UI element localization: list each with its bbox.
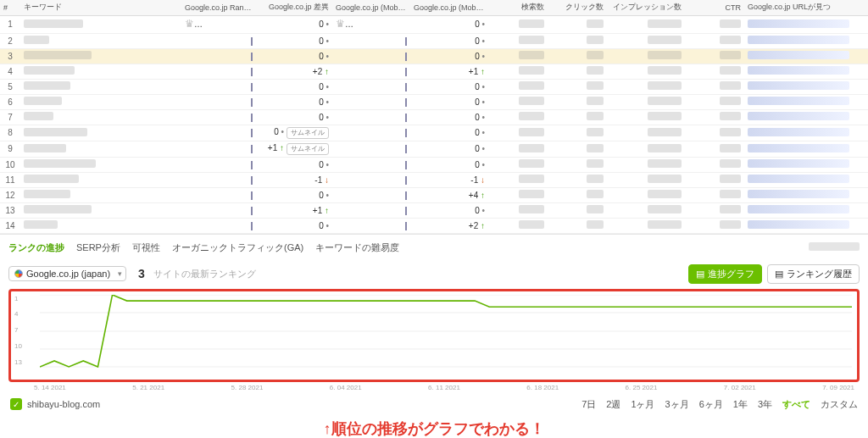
tab-serp[interactable]: SERP分析 (76, 241, 120, 254)
col-rank[interactable]: Google.co.jp Rank (181, 0, 256, 15)
ranking-history-button[interactable]: ▤ ランキング履歴 (767, 264, 860, 284)
table-row[interactable]: 2 0 • 0 • (0, 33, 868, 48)
table-row[interactable]: 8 0 •サムネイル 0 • (0, 125, 868, 141)
range-3y[interactable]: 3年 (758, 398, 772, 411)
range-1m[interactable]: 1ヶ月 (631, 398, 654, 411)
y-axis: 1471013 (14, 295, 22, 366)
current-rank-value: 3 (138, 267, 145, 280)
current-rank-label: サイトの最新ランキング (153, 268, 256, 280)
table-row[interactable]: 14 0 • +2 ↑ (0, 218, 868, 233)
col-url[interactable]: Google.co.jp URLが見つ (744, 0, 868, 15)
annotation: ↑順位の推移がグラフでわかる！ 順位の停滞がわかるためリライトの指標になる (0, 418, 868, 439)
tab-rank-progress[interactable]: ランクの進捗 (8, 241, 64, 254)
col-clicks[interactable]: クリック数 (548, 0, 607, 15)
table-row[interactable]: 4 +2 ↑ +1 ↑ (0, 64, 868, 79)
up-arrow-icon: ↑ (324, 420, 331, 437)
chart-footer: ✓ shibayu-blog.com 7日 2週 1ヶ月 3ヶ月 6ヶ月 1年 … (0, 391, 868, 416)
table-row[interactable]: 11 -1 ↓ -1 ↓ (0, 172, 868, 187)
range-7d[interactable]: 7日 (581, 398, 596, 411)
rank-table: # キーワード Google.co.jp Rank Google.co.jp 差… (0, 0, 868, 234)
crown-icon: ♛ (185, 18, 194, 30)
history-icon: ▤ (775, 269, 783, 280)
table-header-row: # キーワード Google.co.jp Rank Google.co.jp 差… (0, 0, 868, 15)
tab-organic[interactable]: オーガニックトラフィック(GA) (172, 241, 303, 254)
col-index[interactable]: # (0, 0, 20, 15)
sub-tabs: ランクの進捗 SERP分析 可視性 オーガニックトラフィック(GA) キーワード… (0, 234, 868, 259)
chart-toolbar: Google.co.jp (japan) 3 サイトの最新ランキング ▤ 進捗グ… (0, 259, 868, 289)
range-all[interactable]: すべて (782, 398, 810, 411)
engine-select[interactable]: Google.co.jp (japan) (8, 266, 126, 281)
thumbnail-badge: サムネイル (287, 143, 329, 155)
thumbnail-badge: サムネイル (287, 127, 329, 139)
range-custom[interactable]: カスタム (821, 398, 858, 411)
range-3m[interactable]: 3ヶ月 (665, 398, 689, 411)
time-range-picker: 7日 2週 1ヶ月 3ヶ月 6ヶ月 1年 3年 すべて カスタム (581, 398, 858, 411)
rank-chart: 1471013 (8, 289, 860, 382)
snippet-badge: 注目のスニペット (198, 19, 256, 31)
snippet-badge: 注目のスニペット (349, 19, 410, 31)
site-domain: shibayu-blog.com (27, 399, 100, 409)
google-icon (14, 269, 23, 278)
table-row[interactable]: 1♛注目のスニペット 0 •♛注目のスニペット 0 • (0, 15, 868, 33)
tab-difficulty[interactable]: キーワードの難易度 (315, 241, 399, 254)
col-diff[interactable]: Google.co.jp 差異 (256, 0, 332, 15)
col-mobile-diff[interactable]: Google.co.jp (Mobile) ... (410, 0, 488, 15)
col-mobile[interactable]: Google.co.jp (Mobile) ... (332, 0, 410, 15)
site-check-icon: ✓ (10, 398, 22, 410)
tab-visibility[interactable]: 可視性 (132, 241, 160, 254)
range-2w[interactable]: 2週 (606, 398, 620, 411)
range-1y[interactable]: 1年 (733, 398, 748, 411)
crown-icon: ♛ (336, 18, 345, 30)
table-row[interactable]: 13 +1 ↑ 0 • (0, 202, 868, 218)
col-keyword[interactable]: キーワード (20, 0, 181, 15)
table-row[interactable]: 6 0 • 0 • (0, 94, 868, 109)
col-impr[interactable]: インプレッション数 (607, 0, 685, 15)
table-row[interactable]: 5 0 • 0 • (0, 79, 868, 94)
range-6m[interactable]: 6ヶ月 (699, 398, 723, 411)
table-row[interactable]: 9 +1 ↑サムネイル 0 • (0, 141, 868, 157)
graph-icon: ▤ (696, 269, 704, 280)
x-axis: 5. 14 20215. 21 20215. 28 20216. 04 2021… (34, 384, 854, 391)
table-row[interactable]: 3 0 • 0 • (0, 48, 868, 64)
table-row[interactable]: 10 0 • 0 • (0, 157, 868, 172)
muted-right-tag (809, 242, 860, 251)
table-row[interactable]: 12 0 • +4 ↑ (0, 187, 868, 202)
progress-graph-button[interactable]: ▤ 進捗グラフ (688, 264, 762, 284)
col-search[interactable]: 検索数 (488, 0, 548, 15)
col-ctr[interactable]: CTR (685, 0, 744, 15)
table-row[interactable]: 7 0 • 0 • (0, 109, 868, 125)
